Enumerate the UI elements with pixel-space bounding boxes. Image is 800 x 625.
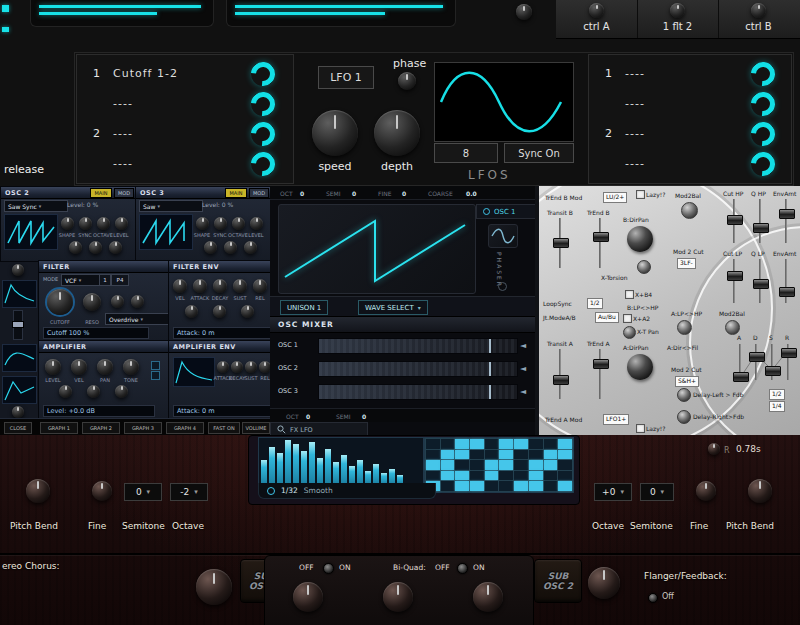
trend-a-slider[interactable] [593, 349, 607, 399]
toggle1-led[interactable] [323, 563, 334, 574]
tab-fx-lfo[interactable]: FX LFO [270, 422, 368, 435]
env-s-slider[interactable] [765, 344, 779, 380]
lfo-sync-button[interactable]: Sync On [504, 143, 574, 163]
filter-knob[interactable] [111, 295, 124, 308]
unison-button[interactable]: UNISON 1 [280, 300, 328, 315]
footer-tab[interactable]: GRAPH 2 [82, 422, 120, 434]
env-knob[interactable] [193, 279, 207, 293]
delay-left-knob[interactable] [677, 388, 691, 402]
toggle1-on-label[interactable]: ON [339, 564, 351, 572]
osc-knob[interactable] [214, 217, 227, 230]
env-knob[interactable] [213, 305, 226, 318]
mod-depth-knob[interactable] [246, 147, 280, 181]
mod-depth-knob[interactable] [746, 87, 780, 121]
flt-knob[interactable] [670, 3, 685, 18]
osc-knob[interactable] [79, 217, 92, 230]
cut-hp-slider[interactable] [727, 199, 741, 243]
fx-knob[interactable] [473, 582, 503, 612]
mod-depth-knob[interactable] [746, 117, 780, 151]
amp-knob[interactable] [87, 385, 100, 398]
footer-tab[interactable]: GRAPH 1 [40, 422, 78, 434]
amp-toggle[interactable] [151, 371, 160, 380]
delay-left-select[interactable]: 1/2 [769, 389, 785, 400]
env-knob[interactable] [217, 361, 229, 373]
amp-knob[interactable] [115, 385, 128, 398]
smooth-label[interactable]: Smooth [304, 486, 333, 495]
lazy-checkbox[interactable] [636, 424, 645, 433]
coarse-value[interactable]: 0.0 [466, 190, 477, 197]
mod-slot[interactable]: 2 ---- [77, 121, 293, 146]
pitch-bend-knob-right[interactable] [748, 479, 772, 503]
mod-depth-knob[interactable] [746, 57, 780, 91]
envamt-lp-slider[interactable] [779, 259, 793, 303]
osc-b-wave-select[interactable]: Saw [139, 200, 203, 212]
b-dirpan-knob[interactable] [627, 226, 653, 252]
osc-knob[interactable] [204, 241, 217, 254]
osc1-level-slider[interactable] [318, 338, 518, 354]
semitone-select-left[interactable]: 0 [124, 483, 162, 501]
trend-a-mod-select[interactable]: LFO1+ [603, 414, 629, 425]
envamt-hp-slider[interactable] [779, 199, 793, 243]
amp-knob[interactable] [123, 359, 139, 375]
slider-arrow-icon[interactable] [520, 341, 526, 350]
q-hp-slider[interactable] [753, 199, 767, 243]
loopsync-select[interactable]: 1/2 [587, 298, 603, 309]
speed-knob[interactable] [312, 110, 358, 156]
mod-depth-knob[interactable] [246, 57, 280, 91]
semi-value[interactable]: 0 [352, 190, 356, 197]
x-b4-checkbox[interactable] [625, 290, 634, 299]
x-a2-checkbox[interactable] [623, 314, 632, 323]
env-knob[interactable] [213, 279, 227, 293]
x-torsion-knob[interactable] [637, 260, 651, 274]
env-knob[interactable] [245, 361, 257, 373]
ctrl-a-knob[interactable] [589, 3, 604, 18]
ctrl-b-knob[interactable] [751, 3, 766, 18]
osc-knob[interactable] [244, 241, 257, 254]
osc-a-wave-select[interactable]: Saw Sync [4, 200, 68, 212]
chorus-knob[interactable] [196, 569, 232, 605]
drive-select[interactable]: Overdrive [105, 313, 169, 325]
lfo-select-button[interactable]: LFO 1 [318, 66, 374, 89]
transit-a-slider[interactable] [553, 349, 567, 399]
pattern-grid[interactable] [424, 437, 574, 493]
depth-knob[interactable] [374, 110, 420, 156]
mini-knob[interactable] [12, 406, 24, 418]
cut-lp-slider[interactable] [727, 259, 741, 303]
pitch-bend-knob-left[interactable] [26, 479, 50, 503]
osc-knob[interactable] [232, 217, 245, 230]
osc-knob[interactable] [109, 241, 122, 254]
q-lp-slider[interactable] [753, 259, 767, 303]
trend-b-slider[interactable] [593, 218, 607, 268]
release-time-knob[interactable] [708, 443, 720, 455]
amp-knob[interactable] [45, 359, 61, 375]
mod-slot[interactable]: 2 ---- [589, 121, 791, 146]
osc-knob[interactable] [69, 241, 82, 254]
toggle1-off-label[interactable]: OFF [299, 564, 314, 572]
mod-slot[interactable]: ---- [77, 151, 293, 176]
osc-knob[interactable] [224, 241, 237, 254]
footer-tab[interactable]: FAST ON [208, 422, 240, 434]
jtmode-select[interactable]: Au/Bu [595, 312, 619, 323]
slider-arrow-icon[interactable] [520, 387, 526, 396]
volume-tab[interactable]: VOLUME [242, 422, 270, 434]
env-knob[interactable] [185, 305, 198, 318]
mod-slot[interactable]: 1 ---- [589, 61, 791, 86]
env-knob[interactable] [233, 279, 247, 293]
octave-select-right[interactable]: +0 [594, 483, 632, 501]
delay-right-knob[interactable] [677, 410, 691, 424]
env-d-slider[interactable] [749, 344, 763, 380]
x-t-pan-knob[interactable] [623, 326, 636, 339]
wave-select-dropdown[interactable]: WAVE SELECT [358, 300, 428, 315]
env-knob[interactable] [173, 279, 187, 293]
filter-type-1-button[interactable]: 1 [99, 274, 111, 286]
mod2bal-mid-knob[interactable] [725, 320, 740, 335]
env-knob[interactable] [231, 361, 243, 373]
rate-value[interactable]: 1/32 [281, 486, 298, 495]
column-slider[interactable] [13, 310, 23, 340]
osc3-level-slider[interactable] [318, 384, 518, 400]
fine-knob-right[interactable] [696, 481, 716, 501]
mod-depth-knob[interactable] [246, 117, 280, 151]
amp-knob[interactable] [97, 359, 113, 375]
section-led[interactable] [498, 282, 507, 291]
octave-select-left[interactable]: -2 [170, 483, 208, 501]
